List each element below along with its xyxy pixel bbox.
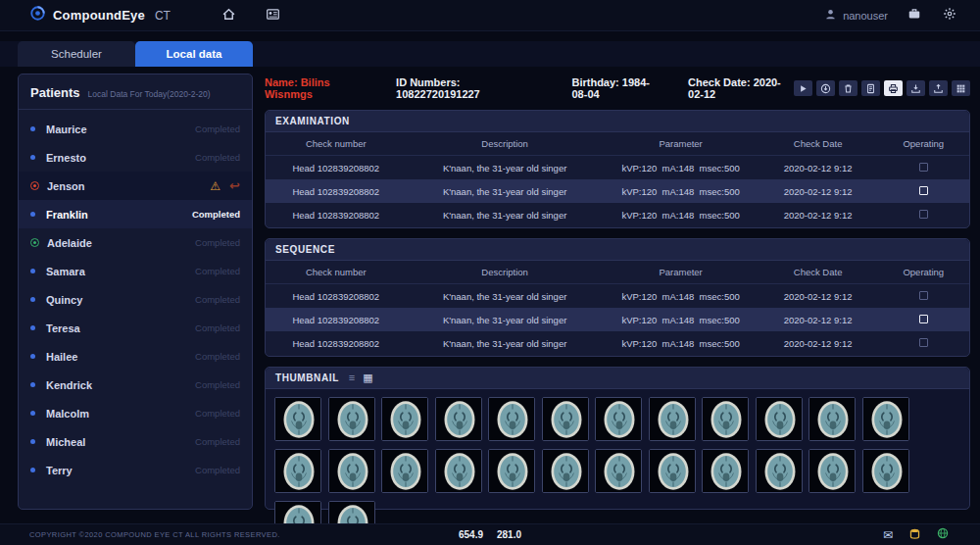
operating-checkbox[interactable] bbox=[919, 210, 928, 219]
patient-list-item[interactable]: Jenson ⚠ ↩ bbox=[19, 172, 252, 200]
cases-button[interactable] bbox=[906, 5, 923, 25]
patient-status-text: Completed bbox=[195, 124, 240, 134]
mail-button[interactable]: ✉ bbox=[881, 526, 895, 544]
storage-button[interactable] bbox=[907, 525, 922, 544]
study-row[interactable]: Head 102839208802K'naan, the 31-year old… bbox=[266, 203, 969, 226]
patient-list-item[interactable]: Malcolm ⚠ ↩ Completed bbox=[19, 399, 252, 427]
ct-thumbnail[interactable] bbox=[328, 397, 375, 441]
patient-list-item[interactable]: Terry ⚠ ↩ Completed bbox=[19, 456, 252, 484]
tab-scheduler[interactable]: Scheduler bbox=[18, 41, 135, 67]
grid-view-button[interactable] bbox=[952, 80, 970, 96]
examination-section-header: EXAMINATION bbox=[266, 111, 969, 132]
table-cell: 2020-02-12 9:12 bbox=[759, 291, 878, 302]
ct-thumbnail[interactable] bbox=[862, 397, 909, 441]
list-view-icon[interactable]: ≡ bbox=[349, 372, 355, 383]
database-icon bbox=[909, 527, 920, 542]
patient-name: Hailee bbox=[46, 351, 195, 363]
delete-button[interactable] bbox=[839, 80, 858, 96]
export-button[interactable] bbox=[906, 80, 925, 96]
study-row[interactable]: Head 102839208802K'naan, the 31-year old… bbox=[266, 308, 969, 331]
ct-thumbnail[interactable] bbox=[595, 449, 642, 493]
user-menu[interactable]: nanouser bbox=[824, 8, 888, 23]
patient-list-item[interactable]: Samara ⚠ ↩ Completed bbox=[19, 257, 252, 285]
top-nav bbox=[220, 5, 282, 26]
ct-thumbnail[interactable] bbox=[274, 449, 321, 493]
operating-checkbox[interactable] bbox=[919, 291, 928, 300]
study-row[interactable]: Head 102839208802K'naan, the 31-year old… bbox=[266, 179, 969, 203]
patient-list-item[interactable]: Adelaide ⚠ ↩ Completed bbox=[19, 228, 252, 257]
report-button[interactable] bbox=[861, 80, 880, 96]
operating-cell bbox=[878, 338, 969, 349]
operating-checkbox[interactable] bbox=[919, 315, 928, 323]
patient-list-item[interactable]: Ernesto ⚠ ↩ Completed bbox=[19, 143, 252, 172]
ct-thumbnail[interactable] bbox=[702, 449, 749, 493]
ct-thumbnail[interactable] bbox=[542, 397, 589, 441]
operating-checkbox[interactable] bbox=[919, 338, 928, 347]
ct-thumbnail[interactable] bbox=[542, 449, 589, 493]
copyright-text: COPYRIGHT ©2020 COMPOUND EYE CT ALL RIGH… bbox=[29, 530, 280, 539]
ct-thumbnail[interactable] bbox=[649, 397, 696, 441]
worklist-button[interactable] bbox=[264, 5, 282, 26]
user-icon bbox=[824, 8, 837, 23]
ct-thumbnail[interactable] bbox=[435, 449, 482, 493]
ct-thumbnail[interactable] bbox=[488, 449, 535, 493]
ct-thumbnail[interactable] bbox=[381, 449, 428, 493]
table-cell: K'naan, the 31-year old singer bbox=[407, 338, 604, 349]
network-button[interactable] bbox=[935, 525, 951, 544]
table-cell: K'naan, the 31-year old singer bbox=[407, 315, 604, 325]
operating-checkbox[interactable] bbox=[919, 163, 928, 172]
ct-thumbnail[interactable] bbox=[808, 397, 856, 441]
patient-list-item[interactable]: Micheal ⚠ ↩ Completed bbox=[19, 427, 252, 456]
tab-local-data[interactable]: Local data bbox=[135, 41, 253, 67]
patient-list-item[interactable]: Quincy ⚠ ↩ Completed bbox=[19, 285, 252, 314]
column-header: Operating bbox=[878, 138, 969, 149]
study-row[interactable]: Head 102839208802K'naan, the 31-year old… bbox=[266, 284, 969, 308]
patient-list-item[interactable]: Kendrick ⚠ ↩ Completed bbox=[19, 371, 252, 399]
patient-name: Maurice bbox=[46, 124, 195, 135]
ct-thumbnail[interactable] bbox=[756, 449, 803, 493]
ct-thumbnail[interactable] bbox=[595, 397, 642, 441]
study-row[interactable]: Head 102839208802K'naan, the 31-year old… bbox=[266, 331, 969, 355]
status-bar: COPYRIGHT ©2020 COMPOUND EYE CT ALL RIGH… bbox=[0, 523, 980, 545]
undo-icon[interactable]: ↩ bbox=[229, 178, 240, 193]
grid-view-icon[interactable]: ▦ bbox=[363, 372, 372, 383]
patient-status-bullet bbox=[30, 212, 35, 217]
thumbnail-title: THUMBNAIL bbox=[275, 372, 339, 383]
operating-cell bbox=[878, 291, 969, 302]
column-header: Description bbox=[407, 138, 604, 149]
ct-thumbnail[interactable] bbox=[862, 449, 909, 493]
ct-thumbnail[interactable] bbox=[808, 449, 856, 493]
patient-list-item[interactable]: Teresa ⚠ ↩ Completed bbox=[19, 314, 252, 342]
ct-thumbnail[interactable] bbox=[756, 397, 803, 441]
download-button[interactable] bbox=[816, 80, 835, 96]
ct-thumbnail[interactable] bbox=[381, 397, 428, 441]
play-button[interactable] bbox=[794, 80, 812, 96]
ct-thumbnail[interactable] bbox=[649, 449, 696, 493]
home-button[interactable] bbox=[220, 5, 238, 26]
ct-thumbnail[interactable] bbox=[274, 397, 321, 441]
patient-list-item[interactable]: Maurice ⚠ ↩ Completed bbox=[19, 115, 252, 143]
patient-status-bullet bbox=[30, 155, 35, 160]
table-cell: 2020-02-12 9:12 bbox=[759, 210, 878, 221]
patient-status-bullet bbox=[30, 238, 39, 247]
import-button[interactable] bbox=[929, 80, 948, 96]
study-row[interactable]: Head 102839208802K'naan, the 31-year old… bbox=[266, 156, 969, 179]
ct-thumbnail[interactable] bbox=[702, 397, 749, 441]
globe-icon bbox=[937, 527, 949, 542]
patient-list-item[interactable]: Hailee ⚠ ↩ Completed bbox=[19, 342, 252, 371]
patient-status-text: Completed bbox=[195, 266, 240, 276]
patients-title: Patients bbox=[30, 85, 80, 100]
table-cell: Head 102839208802 bbox=[266, 338, 407, 349]
warning-icon: ⚠ bbox=[210, 179, 220, 193]
settings-button[interactable] bbox=[941, 5, 958, 25]
ct-thumbnail[interactable] bbox=[328, 449, 375, 493]
patient-info-check-date: Check Date: 2020-02-12 bbox=[688, 76, 794, 100]
ct-thumbnail[interactable] bbox=[435, 397, 482, 441]
ct-thumbnail[interactable] bbox=[488, 397, 535, 441]
patient-list-item[interactable]: Franklin ⚠ ↩ Completed bbox=[19, 200, 252, 228]
readout-value-right: 281.0 bbox=[497, 529, 521, 540]
column-header: Check Date bbox=[759, 267, 878, 277]
print-button[interactable] bbox=[884, 80, 903, 96]
operating-checkbox[interactable] bbox=[919, 186, 928, 195]
examination-title: EXAMINATION bbox=[275, 116, 350, 126]
